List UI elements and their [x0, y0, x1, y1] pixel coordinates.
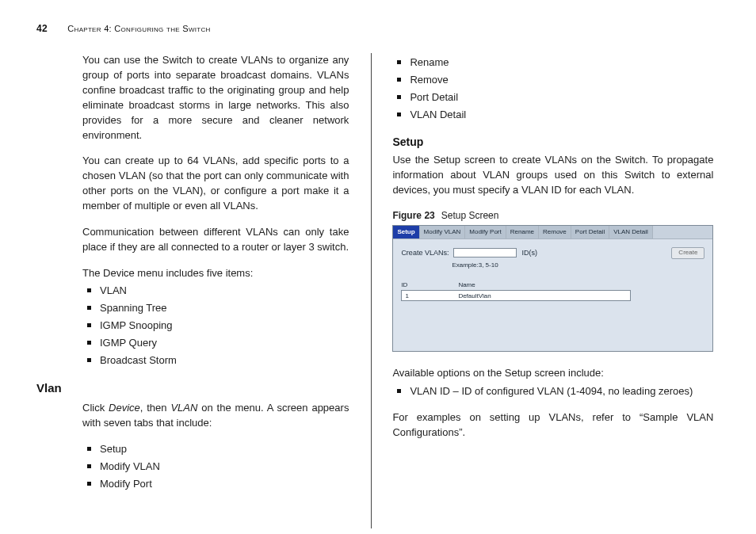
- tab-modify-port[interactable]: Modify Port: [465, 226, 506, 238]
- col-id: ID: [401, 280, 458, 290]
- list-item: VLAN Detail: [410, 108, 713, 123]
- page-header: 42 Chapter 4: Configuring the Switch: [36, 22, 720, 36]
- vlan-tabs-list-right: Rename Remove Port Detail VLAN Detail: [392, 55, 713, 122]
- emphasis-vlan: VLAN: [170, 402, 197, 414]
- vlan-table-row[interactable]: 1 DefaultVlan: [401, 290, 631, 301]
- chapter-title: Chapter 4: Configuring the Switch: [67, 24, 210, 33]
- section-heading-vlan: Vlan: [36, 380, 349, 397]
- list-item: Remove: [410, 73, 713, 88]
- ids-label: ID(s): [521, 248, 537, 258]
- tab-vlan-detail[interactable]: VLAN Detail: [609, 226, 653, 238]
- para-64-vlans: You can create up to 64 VLANs, add speci…: [82, 154, 349, 213]
- right-column: Rename Remove Port Detail VLAN Detail Se…: [372, 53, 713, 528]
- tab-rename[interactable]: Rename: [506, 226, 539, 238]
- text: , then: [140, 402, 171, 414]
- figure-label: Figure 23: [392, 210, 434, 221]
- list-item: IGMP Snooping: [100, 318, 349, 334]
- cell-name: DefaultVlan: [458, 292, 491, 299]
- emphasis-device: Device: [109, 402, 140, 414]
- content-columns: You can use the Switch to create VLANs t…: [36, 53, 720, 528]
- tab-port-detail[interactable]: Port Detail: [571, 226, 609, 238]
- list-item: Broadcast Storm: [100, 353, 349, 368]
- page: 42 Chapter 4: Configuring the Switch You…: [0, 0, 756, 534]
- para-sample-ref: For examples on setting up VLANs, refer …: [392, 410, 713, 441]
- example-text: Example:3, 5-10: [452, 261, 704, 270]
- list-item: Rename: [410, 55, 713, 71]
- create-button[interactable]: Create: [671, 247, 704, 259]
- cell-id: 1: [405, 292, 458, 299]
- create-vlan-row: Create VLANs: ID(s) Create: [401, 247, 704, 259]
- vlan-id-input[interactable]: [453, 248, 517, 257]
- create-vlans-label: Create VLANs:: [401, 248, 449, 258]
- device-menu-list: VLAN Spanning Tree IGMP Snooping IGMP Qu…: [82, 284, 349, 368]
- figure-tabbar: Setup Modify VLAN Modify Port Rename Rem…: [393, 226, 712, 239]
- list-item: Setup: [100, 442, 349, 457]
- tab-modify-vlan[interactable]: Modify VLAN: [420, 226, 466, 238]
- tab-remove[interactable]: Remove: [539, 226, 571, 238]
- vlan-table-header: ID Name: [401, 280, 704, 290]
- para-click-device: Click Device, then VLAN on the menu. A s…: [82, 401, 349, 431]
- para-available-options: Available options on the Setup screen in…: [392, 366, 713, 381]
- heading-setup: Setup: [392, 134, 713, 150]
- figure-title: Setup Screen: [441, 210, 499, 221]
- tab-setup[interactable]: Setup: [393, 226, 419, 238]
- setup-options-list: VLAN ID – ID of configured VLAN (1-4094,…: [392, 384, 713, 399]
- para-device-menu: The Device menu includes five items:: [82, 266, 349, 281]
- list-item: VLAN: [100, 284, 349, 299]
- vlan-tabs-list-left: Setup Modify VLAN Modify Port: [82, 442, 349, 492]
- page-number: 42: [36, 23, 48, 34]
- figure-caption: Figure 23Setup Screen: [392, 209, 713, 223]
- left-column: You can use the Switch to create VLANs t…: [36, 53, 371, 528]
- list-item: Spanning Tree: [100, 301, 349, 316]
- figure-body: Create VLANs: ID(s) Create Example:3, 5-…: [393, 239, 712, 309]
- para-setup: Use the Setup screen to create VLANs on …: [392, 153, 713, 198]
- list-item: IGMP Query: [100, 336, 349, 351]
- col-name: Name: [458, 280, 475, 290]
- setup-screen-figure: Setup Modify VLAN Modify Port Rename Rem…: [392, 225, 713, 352]
- para-communication: Communication between different VLANs ca…: [82, 225, 349, 255]
- list-item: VLAN ID – ID of configured VLAN (1-4094,…: [410, 384, 713, 399]
- list-item: Port Detail: [410, 90, 713, 105]
- list-item: Modify Port: [100, 477, 349, 492]
- text: Click: [82, 402, 109, 414]
- list-item: Modify VLAN: [100, 460, 349, 475]
- para-intro: You can use the Switch to create VLANs t…: [82, 53, 349, 143]
